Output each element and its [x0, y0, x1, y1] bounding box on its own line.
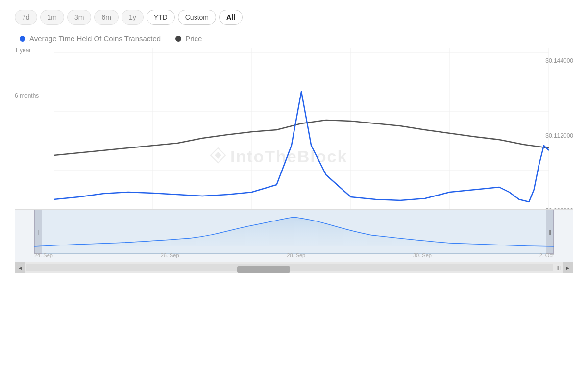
scroll-left-button[interactable]: ◄: [15, 262, 25, 273]
legend-item-held: Average Time Held Of Coins Transacted: [20, 34, 161, 43]
scroll-center-handle: |||: [556, 265, 561, 270]
range-x-axis: 24. Sep 26. Sep 28. Sep 30. Sep 2. Oct: [34, 252, 554, 258]
scroll-right-button[interactable]: ►: [563, 262, 573, 273]
y-label-right-top: $0.144000: [545, 57, 573, 64]
range-x-label-5: 2. Oct: [539, 252, 554, 258]
legend-item-price: Price: [175, 34, 202, 43]
y-label-mid: 6 months: [15, 93, 39, 98]
scroll-thumb[interactable]: [237, 266, 290, 273]
range-x-label-3: 28. Sep: [287, 252, 305, 258]
time-filter-bar: 7d 1m 3m 6m 1y YTD Custom All: [15, 10, 573, 24]
y-axis-left: 1 year 6 months 0 seconds: [15, 48, 42, 224]
legend-label-price: Price: [185, 34, 202, 43]
range-chart-svg: [34, 210, 554, 254]
chart-area: 1 year 6 months 0 seconds $0.144000 $0.1…: [15, 48, 573, 273]
filter-custom-button[interactable]: Custom: [178, 10, 216, 24]
range-x-label-2: 26. Sep: [161, 252, 179, 258]
filter-all-button[interactable]: All: [219, 10, 243, 24]
filter-1m-button[interactable]: 1m: [40, 10, 64, 24]
scroll-track[interactable]: [26, 264, 553, 271]
y-label-top: 1 year: [15, 48, 31, 53]
range-x-label-4: 30. Sep: [413, 252, 432, 258]
range-selector[interactable]: || || 24. Sep 26. Sep 28: [15, 209, 573, 273]
filter-1y-button[interactable]: 1y: [122, 10, 144, 24]
filter-3m-button[interactable]: 3m: [67, 10, 91, 24]
chart-legend: Average Time Held Of Coins Transacted Pr…: [20, 34, 573, 43]
legend-dot-blue: [20, 36, 25, 42]
y-label-right-mid: $0.112000: [545, 132, 573, 139]
range-x-label-1: 24. Sep: [34, 252, 53, 258]
filter-7d-button[interactable]: 7d: [15, 10, 37, 24]
main-container: 7d 1m 3m 6m 1y YTD Custom All Average Ti…: [0, 0, 588, 392]
legend-dot-dark: [175, 36, 181, 42]
filter-ytd-button[interactable]: YTD: [147, 10, 175, 24]
scrollbar: ◄ ||| ►: [15, 262, 573, 273]
legend-label-held: Average Time Held Of Coins Transacted: [29, 34, 161, 43]
filter-6m-button[interactable]: 6m: [94, 10, 118, 24]
main-chart-svg: [54, 48, 549, 229]
y-axis-right: $0.144000 $0.112000 $0.080000: [545, 57, 573, 214]
